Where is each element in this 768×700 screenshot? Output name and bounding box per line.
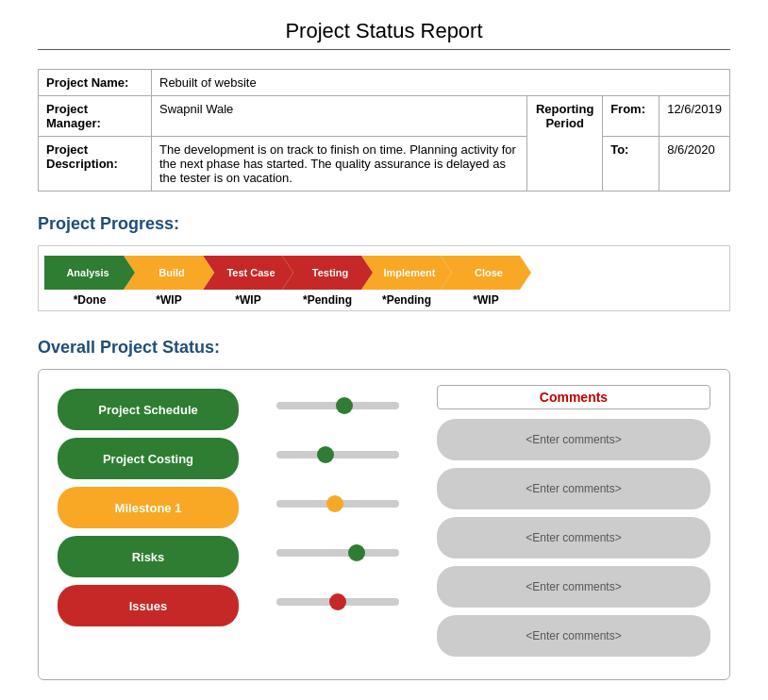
progress-arrows-container: AnalysisBuildTest CaseTestingImplementCl… bbox=[38, 245, 730, 311]
status-item: *Pending bbox=[282, 290, 373, 307]
slider-dot bbox=[326, 495, 343, 512]
status-item: *WIP bbox=[124, 290, 214, 307]
arrow-shape: Analysis bbox=[44, 256, 135, 290]
slider-column bbox=[243, 385, 432, 630]
arrow-item: Testing bbox=[293, 256, 373, 290]
arrow-shape: Testing bbox=[282, 256, 373, 290]
arrow-item: Build bbox=[135, 256, 214, 290]
status-item: *Done bbox=[44, 290, 135, 307]
arrow-shape: Close bbox=[441, 256, 531, 290]
slider-track bbox=[276, 598, 399, 606]
comments-header: Comments bbox=[437, 385, 710, 409]
slider-dot bbox=[348, 544, 365, 561]
status-item: *Pending bbox=[361, 290, 452, 307]
slider-dot bbox=[336, 397, 353, 414]
status-item: *WIP bbox=[441, 290, 531, 307]
progress-heading: Project Progress: bbox=[38, 214, 730, 234]
arrow-item: Analysis bbox=[44, 256, 135, 290]
comment-box[interactable]: <Enter comments> bbox=[437, 468, 710, 509]
title-divider bbox=[38, 49, 730, 50]
status-label-btn: Milestone 1 bbox=[58, 487, 239, 528]
comment-box[interactable]: <Enter comments> bbox=[437, 615, 710, 657]
from-label: From: bbox=[603, 96, 659, 137]
arrow-item: Implement bbox=[373, 256, 452, 290]
status-label-btn: Risks bbox=[58, 536, 239, 577]
slider-track bbox=[276, 451, 399, 458]
slider-track bbox=[276, 549, 399, 557]
arrow-shape: Implement bbox=[361, 256, 452, 290]
comment-box[interactable]: <Enter comments> bbox=[437, 566, 710, 608]
slider-container[interactable] bbox=[251, 434, 425, 475]
status-label-btn: Project Schedule bbox=[58, 389, 239, 430]
status-section-box: Project ScheduleProject CostingMilestone… bbox=[38, 369, 730, 680]
slider-container[interactable] bbox=[251, 483, 425, 525]
arrow-item: Close bbox=[452, 256, 531, 290]
overall-status-heading: Overall Project Status: bbox=[38, 338, 730, 358]
status-label-btn: Issues bbox=[58, 585, 239, 626]
comments-column: Comments <Enter comments><Enter comments… bbox=[433, 385, 714, 664]
arrow-shape: Test Case bbox=[203, 256, 293, 290]
label-column: Project ScheduleProject CostingMilestone… bbox=[54, 385, 242, 638]
project-name-value: Rebuilt of website bbox=[152, 70, 730, 96]
arrows-row: AnalysisBuildTest CaseTestingImplementCl… bbox=[44, 256, 724, 290]
info-table: Project Name: Rebuilt of website Project… bbox=[38, 69, 730, 192]
status-label-btn: Project Costing bbox=[58, 438, 239, 479]
project-manager-value: Swapnil Wale bbox=[152, 96, 527, 137]
project-description-value: The development is on track to finish on… bbox=[152, 137, 527, 192]
project-description-label: Project Description: bbox=[39, 137, 152, 192]
arrow-shape: Build bbox=[124, 256, 214, 290]
slider-container[interactable] bbox=[251, 581, 425, 623]
reporting-period-label: Reporting Period bbox=[527, 96, 603, 192]
slider-container[interactable] bbox=[251, 385, 425, 426]
page-title: Project Status Report bbox=[38, 19, 730, 43]
slider-container[interactable] bbox=[251, 532, 425, 574]
slider-dot bbox=[317, 446, 334, 463]
comment-box[interactable]: <Enter comments> bbox=[437, 419, 710, 460]
from-value: 12/6/2019 bbox=[659, 96, 730, 137]
slider-track bbox=[276, 402, 399, 409]
comment-box[interactable]: <Enter comments> bbox=[437, 517, 710, 558]
project-name-label: Project Name: bbox=[39, 70, 152, 96]
slider-track bbox=[276, 500, 399, 508]
project-manager-label: Project Manager: bbox=[39, 96, 152, 137]
to-label: To: bbox=[603, 137, 659, 192]
overall-status-section: Overall Project Status: Project Schedule… bbox=[38, 338, 730, 680]
status-item: *WIP bbox=[203, 290, 293, 307]
slider-dot bbox=[329, 593, 346, 610]
progress-section: Project Progress: AnalysisBuildTest Case… bbox=[38, 214, 730, 311]
statuses-row: *Done*WIP*WIP*Pending*Pending*WIP bbox=[44, 290, 724, 307]
to-value: 8/6/2020 bbox=[659, 137, 730, 192]
arrow-item: Test Case bbox=[214, 256, 293, 290]
